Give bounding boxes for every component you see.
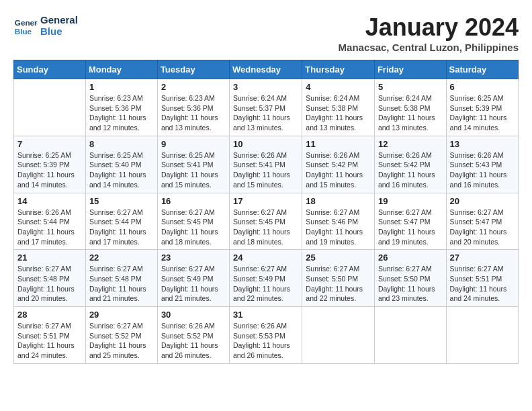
calendar-table: SundayMondayTuesdayWednesdayThursdayFrid… — [13, 60, 519, 364]
day-number: 13 — [450, 139, 515, 149]
svg-text:Blue: Blue — [15, 27, 32, 36]
day-number: 24 — [233, 253, 298, 263]
day-info: Sunrise: 6:27 AMSunset: 5:45 PMDaylight:… — [161, 208, 226, 247]
calendar-cell: 13Sunrise: 6:26 AMSunset: 5:43 PMDayligh… — [446, 136, 518, 193]
day-info: Sunrise: 6:27 AMSunset: 5:51 PMDaylight:… — [17, 321, 82, 361]
calendar-cell: 31Sunrise: 6:26 AMSunset: 5:53 PMDayligh… — [230, 307, 302, 364]
day-info: Sunrise: 6:24 AMSunset: 5:38 PMDaylight:… — [306, 93, 371, 133]
day-info: Sunrise: 6:26 AMSunset: 5:44 PMDaylight:… — [17, 208, 82, 247]
calendar-cell: 20Sunrise: 6:27 AMSunset: 5:47 PMDayligh… — [446, 193, 518, 250]
calendar-week-1: 1Sunrise: 6:23 AMSunset: 5:36 PMDaylight… — [14, 79, 519, 136]
day-info: Sunrise: 6:23 AMSunset: 5:36 PMDaylight:… — [89, 93, 154, 133]
day-number: 17 — [233, 196, 298, 206]
day-number: 21 — [17, 253, 82, 263]
day-number: 6 — [450, 82, 515, 92]
day-info: Sunrise: 6:25 AMSunset: 5:39 PMDaylight:… — [450, 93, 515, 133]
day-number: 27 — [450, 253, 515, 263]
logo-line2: Blue — [40, 26, 78, 37]
calendar-cell: 29Sunrise: 6:27 AMSunset: 5:52 PMDayligh… — [85, 307, 157, 364]
day-info: Sunrise: 6:26 AMSunset: 5:42 PMDaylight:… — [378, 150, 443, 190]
calendar-cell — [374, 307, 446, 364]
calendar-cell: 10Sunrise: 6:26 AMSunset: 5:41 PMDayligh… — [230, 136, 302, 193]
day-number: 7 — [17, 139, 82, 149]
day-info: Sunrise: 6:27 AMSunset: 5:48 PMDaylight:… — [89, 264, 154, 304]
calendar-cell: 27Sunrise: 6:27 AMSunset: 5:51 PMDayligh… — [446, 250, 518, 307]
calendar-cell: 22Sunrise: 6:27 AMSunset: 5:48 PMDayligh… — [85, 250, 157, 307]
calendar-cell: 2Sunrise: 6:23 AMSunset: 5:36 PMDaylight… — [157, 79, 229, 136]
calendar-header-row: SundayMondayTuesdayWednesdayThursdayFrid… — [14, 60, 519, 79]
day-number: 5 — [378, 82, 443, 92]
day-info: Sunrise: 6:24 AMSunset: 5:38 PMDaylight:… — [378, 93, 443, 133]
calendar-week-3: 14Sunrise: 6:26 AMSunset: 5:44 PMDayligh… — [14, 193, 519, 250]
day-number: 11 — [306, 139, 371, 149]
day-number: 16 — [161, 196, 226, 206]
day-info: Sunrise: 6:26 AMSunset: 5:43 PMDaylight:… — [450, 150, 515, 190]
day-info: Sunrise: 6:27 AMSunset: 5:44 PMDaylight:… — [89, 208, 154, 247]
day-number: 25 — [306, 253, 371, 263]
header-day-wednesday: Wednesday — [230, 60, 302, 79]
day-number: 23 — [161, 253, 226, 263]
calendar-cell: 14Sunrise: 6:26 AMSunset: 5:44 PMDayligh… — [14, 193, 86, 250]
calendar-cell: 3Sunrise: 6:24 AMSunset: 5:37 PMDaylight… — [230, 79, 302, 136]
day-number: 30 — [161, 310, 226, 320]
page-header: General Blue General Blue January 2024 M… — [13, 13, 519, 53]
header-day-sunday: Sunday — [14, 60, 86, 79]
logo-icon: General Blue — [13, 13, 38, 38]
header-day-tuesday: Tuesday — [157, 60, 229, 79]
calendar-cell: 23Sunrise: 6:27 AMSunset: 5:49 PMDayligh… — [157, 250, 229, 307]
day-info: Sunrise: 6:27 AMSunset: 5:45 PMDaylight:… — [233, 208, 298, 247]
calendar-week-5: 28Sunrise: 6:27 AMSunset: 5:51 PMDayligh… — [14, 307, 519, 364]
location: Manacsac, Central Luzon, Philippines — [339, 42, 519, 53]
day-info: Sunrise: 6:27 AMSunset: 5:48 PMDaylight:… — [17, 264, 82, 304]
day-info: Sunrise: 6:27 AMSunset: 5:49 PMDaylight:… — [233, 264, 298, 304]
day-number: 3 — [233, 82, 298, 92]
calendar-week-4: 21Sunrise: 6:27 AMSunset: 5:48 PMDayligh… — [14, 250, 519, 307]
day-info: Sunrise: 6:27 AMSunset: 5:46 PMDaylight:… — [306, 208, 371, 247]
day-number: 2 — [161, 82, 226, 92]
calendar-cell: 19Sunrise: 6:27 AMSunset: 5:47 PMDayligh… — [374, 193, 446, 250]
day-info: Sunrise: 6:24 AMSunset: 5:37 PMDaylight:… — [233, 93, 298, 133]
day-info: Sunrise: 6:25 AMSunset: 5:41 PMDaylight:… — [161, 150, 226, 190]
calendar-cell: 16Sunrise: 6:27 AMSunset: 5:45 PMDayligh… — [157, 193, 229, 250]
svg-text:General: General — [15, 18, 38, 27]
day-info: Sunrise: 6:26 AMSunset: 5:52 PMDaylight:… — [161, 321, 226, 361]
calendar-cell: 12Sunrise: 6:26 AMSunset: 5:42 PMDayligh… — [374, 136, 446, 193]
day-number: 29 — [89, 310, 154, 320]
day-number: 8 — [89, 139, 154, 149]
day-number: 10 — [233, 139, 298, 149]
month-title: January 2024 — [339, 13, 519, 42]
calendar-cell — [302, 307, 375, 364]
day-number: 9 — [161, 139, 226, 149]
calendar-cell — [14, 79, 86, 136]
calendar-cell: 11Sunrise: 6:26 AMSunset: 5:42 PMDayligh… — [302, 136, 375, 193]
day-info: Sunrise: 6:25 AMSunset: 5:40 PMDaylight:… — [89, 150, 154, 190]
header-day-monday: Monday — [85, 60, 157, 79]
day-info: Sunrise: 6:23 AMSunset: 5:36 PMDaylight:… — [161, 93, 226, 133]
day-info: Sunrise: 6:27 AMSunset: 5:51 PMDaylight:… — [450, 264, 515, 304]
calendar-cell: 9Sunrise: 6:25 AMSunset: 5:41 PMDaylight… — [157, 136, 229, 193]
calendar-cell: 18Sunrise: 6:27 AMSunset: 5:46 PMDayligh… — [302, 193, 375, 250]
day-info: Sunrise: 6:27 AMSunset: 5:47 PMDaylight:… — [378, 208, 443, 247]
calendar-cell: 26Sunrise: 6:27 AMSunset: 5:50 PMDayligh… — [374, 250, 446, 307]
day-number: 22 — [89, 253, 154, 263]
calendar-cell: 28Sunrise: 6:27 AMSunset: 5:51 PMDayligh… — [14, 307, 86, 364]
calendar-cell: 7Sunrise: 6:25 AMSunset: 5:39 PMDaylight… — [14, 136, 86, 193]
calendar-cell: 21Sunrise: 6:27 AMSunset: 5:48 PMDayligh… — [14, 250, 86, 307]
calendar-cell: 30Sunrise: 6:26 AMSunset: 5:52 PMDayligh… — [157, 307, 229, 364]
day-number: 15 — [89, 196, 154, 206]
calendar-week-2: 7Sunrise: 6:25 AMSunset: 5:39 PMDaylight… — [14, 136, 519, 193]
logo: General Blue General Blue — [13, 13, 78, 38]
day-info: Sunrise: 6:27 AMSunset: 5:52 PMDaylight:… — [89, 321, 154, 361]
calendar-cell: 5Sunrise: 6:24 AMSunset: 5:38 PMDaylight… — [374, 79, 446, 136]
calendar-cell: 4Sunrise: 6:24 AMSunset: 5:38 PMDaylight… — [302, 79, 375, 136]
header-day-friday: Friday — [374, 60, 446, 79]
header-day-thursday: Thursday — [302, 60, 375, 79]
header-day-saturday: Saturday — [446, 60, 518, 79]
calendar-cell: 6Sunrise: 6:25 AMSunset: 5:39 PMDaylight… — [446, 79, 518, 136]
day-number: 20 — [450, 196, 515, 206]
logo-line1: General — [40, 14, 78, 26]
day-number: 28 — [17, 310, 82, 320]
day-number: 1 — [89, 82, 154, 92]
title-block: January 2024 Manacsac, Central Luzon, Ph… — [339, 13, 519, 53]
day-info: Sunrise: 6:26 AMSunset: 5:41 PMDaylight:… — [233, 150, 298, 190]
